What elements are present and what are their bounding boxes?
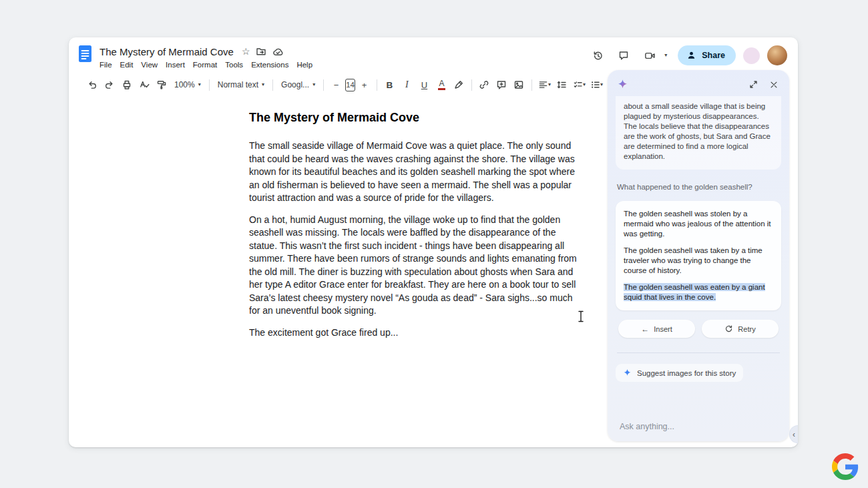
menu-tools[interactable]: Tools	[221, 59, 247, 70]
checklist-icon	[573, 79, 583, 90]
ai-option-3-selected[interactable]: The golden seashell was eaten by a giant…	[624, 282, 773, 302]
paint-format-button[interactable]	[153, 77, 170, 93]
menu-file[interactable]: File	[95, 59, 116, 70]
italic-button[interactable]: I	[399, 77, 415, 93]
gemini-panel: about a small seaside village that is be…	[608, 70, 789, 441]
video-camera-icon	[644, 50, 656, 61]
text-color-icon: A	[438, 79, 445, 90]
left-arrow-icon: ←	[641, 325, 649, 333]
user-question: What happened to the golden seashell?	[617, 183, 780, 191]
insert-button[interactable]: ← Insert	[618, 320, 695, 338]
toolbar-separator	[377, 79, 377, 91]
ai-context-card: about a small seaside village that is be…	[616, 96, 781, 170]
chevron-down-icon: ▾	[583, 82, 586, 87]
undo-button[interactable]	[83, 77, 100, 93]
suggest-images-label: Suggest images for this story	[637, 369, 736, 377]
share-button[interactable]: Share	[678, 45, 736, 65]
presence-avatar[interactable]	[743, 47, 760, 64]
menubar: File Edit View Insert Format Tools Exten…	[95, 59, 588, 70]
menu-format[interactable]: Format	[189, 59, 221, 70]
paint-roller-icon	[156, 79, 167, 90]
document-canvas[interactable]: The Mystery of Mermaid Cove The small se…	[249, 111, 583, 348]
ai-option-1[interactable]: The golden seashell was stolen by a merm…	[624, 209, 773, 239]
bulleted-list-button[interactable]: ▾	[588, 77, 605, 93]
chevron-down-icon: ▾	[548, 82, 551, 87]
align-left-icon	[538, 79, 548, 90]
chevron-down-icon: ▾	[600, 82, 603, 87]
google-logo	[832, 453, 859, 480]
spellcheck-button[interactable]	[136, 77, 152, 93]
insert-link-button[interactable]	[476, 77, 493, 93]
doc-paragraph-2: On a hot, humid August morning, the vill…	[249, 214, 583, 318]
comment-add-icon	[496, 79, 507, 90]
title-actions: ☆	[242, 46, 284, 57]
sparkle-icon	[623, 369, 632, 377]
line-spacing-icon	[556, 79, 567, 90]
menu-view[interactable]: View	[137, 59, 162, 70]
version-history-button[interactable]	[588, 46, 607, 65]
menu-extensions[interactable]: Extensions	[247, 59, 292, 70]
chevron-left-icon: ‹	[793, 430, 795, 439]
font-value: Googl...	[281, 80, 309, 89]
close-icon	[769, 80, 779, 89]
print-button[interactable]	[118, 77, 135, 93]
increase-font-size-button[interactable]: +	[356, 77, 373, 93]
chevron-down-icon: ▾	[664, 53, 667, 58]
collapse-panel-handle[interactable]: ‹	[789, 425, 798, 443]
move-folder-icon[interactable]	[256, 46, 266, 57]
insert-image-button[interactable]	[511, 77, 527, 93]
bulleted-list-icon	[590, 79, 600, 90]
redo-icon	[104, 79, 115, 90]
toolbar-separator	[323, 79, 324, 91]
retry-button[interactable]: Retry	[702, 320, 779, 338]
expand-panel-button[interactable]	[747, 78, 760, 91]
docs-app-icon[interactable]	[78, 45, 92, 63]
checklist-button[interactable]: ▾	[571, 77, 588, 93]
toolbar-separator	[531, 79, 532, 91]
paragraph-style-value: Normal text	[218, 80, 258, 89]
join-call-button[interactable]	[640, 46, 659, 65]
add-comment-button[interactable]	[493, 77, 510, 93]
document-title[interactable]: The Mystery of Mermaid Cove	[99, 46, 234, 57]
cloud-status-icon[interactable]	[272, 47, 284, 57]
call-options-button[interactable]: ▾	[661, 46, 670, 65]
retry-icon	[724, 324, 733, 333]
image-icon	[513, 79, 524, 90]
ai-option-2[interactable]: The golden seashell was taken by a time …	[624, 246, 773, 276]
menu-insert[interactable]: Insert	[162, 59, 189, 70]
meet-call-control: ▾	[640, 46, 670, 65]
zoom-select[interactable]: 100% ▾	[170, 77, 205, 93]
paragraph-style-select[interactable]: Normal text ▾	[214, 77, 268, 93]
titlebar-actions: ▾ Share	[588, 45, 787, 65]
ask-input[interactable]	[618, 421, 779, 432]
close-panel-button[interactable]	[768, 79, 780, 91]
bold-button[interactable]: B	[381, 77, 398, 93]
font-select[interactable]: Googl... ▾	[277, 77, 319, 93]
doc-paragraph-1: The small seaside village of Mermaid Cov…	[249, 140, 583, 205]
star-icon[interactable]: ☆	[242, 47, 250, 56]
underline-button[interactable]: U	[416, 77, 433, 93]
toolbar-separator	[272, 79, 273, 91]
font-size-input[interactable]: 14	[345, 79, 355, 91]
suggest-images-chip[interactable]: Suggest images for this story	[616, 364, 743, 382]
titlebar: The Mystery of Mermaid Cove ☆ File Edit …	[69, 37, 798, 70]
text-color-button[interactable]: A	[433, 77, 450, 93]
menu-edit[interactable]: Edit	[116, 59, 138, 70]
link-icon	[479, 79, 489, 90]
panel-divider	[617, 352, 780, 353]
redo-button[interactable]	[101, 77, 118, 93]
selected-text-highlight: The golden seashell was eaten by a giant…	[624, 283, 765, 301]
highlight-color-button[interactable]	[451, 77, 467, 93]
answer-actions: ← Insert Retry	[618, 320, 779, 338]
decrease-font-size-button[interactable]: −	[328, 77, 345, 93]
comments-button[interactable]	[614, 46, 633, 65]
doc-heading: The Mystery of Mermaid Cove	[249, 111, 583, 125]
align-button[interactable]: ▾	[536, 77, 553, 93]
account-avatar[interactable]	[767, 45, 787, 65]
person-add-icon	[687, 51, 696, 60]
insert-button-label: Insert	[654, 325, 672, 333]
menu-help[interactable]: Help	[292, 59, 316, 70]
spellcheck-icon	[139, 79, 150, 90]
line-spacing-button[interactable]	[554, 77, 570, 93]
chevron-down-icon: ▾	[198, 82, 201, 87]
